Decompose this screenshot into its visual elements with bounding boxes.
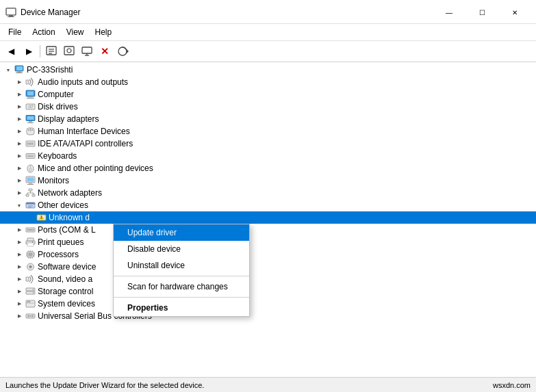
svg-rect-17 [16,66,23,70]
svg-rect-73 [29,229,29,231]
minimize-button[interactable]: — [433,5,465,19]
context-menu-separator-1 [114,276,249,276]
processors-icon [25,249,36,260]
monitors-label: Monitors [38,176,69,185]
svg-rect-7 [64,47,74,55]
tree-item-processors[interactable]: Processors [0,248,536,261]
display-expand-icon[interactable] [14,114,25,125]
tree-item-audio[interactable]: Audio inputs and outputs [0,76,536,88]
context-menu-uninstall-device[interactable]: Uninstall device [114,257,249,274]
svg-rect-38 [29,143,31,145]
tree-item-print[interactable]: Print queues [0,236,536,248]
tree-item-keyboards[interactable]: Keyboards [0,150,536,162]
root-expand-icon[interactable] [3,64,14,75]
network-expand-icon[interactable] [14,187,25,198]
tree-item-ide[interactable]: IDE ATA/ATAPI controllers [0,138,536,150]
svg-rect-76 [33,229,34,231]
hid-expand-icon[interactable] [14,126,25,137]
maximize-button[interactable]: ☐ [466,5,498,19]
ports-expand-icon[interactable] [14,224,25,235]
tree-item-display[interactable]: Display adapters [0,113,536,125]
menu-view[interactable]: View [61,25,90,39]
toolbar-back[interactable]: ◀ [3,43,19,60]
other-expand-icon[interactable] [14,200,25,211]
context-menu-disable-device[interactable]: Disable device [114,241,249,257]
hid-icon [25,126,36,137]
tree-item-network[interactable]: Network adapters [0,187,536,199]
svg-point-109 [29,315,31,317]
toolbar-properties[interactable] [43,43,60,60]
tree-item-hid[interactable]: Human Interface Devices [0,125,536,138]
title-bar: Device Manager — ☐ ✕ [0,0,536,24]
toolbar-forward[interactable]: ▶ [21,43,37,60]
tree-item-system[interactable]: System devices [0,298,536,310]
tree-root[interactable]: PC-33Srishti [0,64,536,76]
ports-icon [25,224,36,235]
svg-rect-75 [31,229,32,231]
close-button[interactable]: ✕ [499,5,531,19]
svg-rect-51 [27,178,34,182]
svg-rect-1 [9,15,13,16]
usb-expand-icon[interactable] [14,311,25,322]
toolbar-scan[interactable] [114,43,131,60]
processors-expand-icon[interactable] [14,249,25,260]
menu-bar: File Action View Help [0,24,536,41]
computer-label: Computer [38,90,74,99]
svg-rect-16 [16,73,23,73]
tree-item-storage[interactable]: Storage control [0,285,536,298]
svg-point-25 [29,106,31,107]
menu-help[interactable]: Help [90,25,118,39]
svg-rect-39 [31,143,33,145]
toolbar-update-driver[interactable] [79,43,95,60]
tree-item-monitors[interactable]: Monitors [0,174,536,187]
svg-rect-72 [27,229,28,231]
audio-expand-icon[interactable] [14,77,25,88]
tree-item-ports[interactable]: Ports (COM & L [0,224,536,236]
computer-expand-icon[interactable] [14,89,25,100]
svg-rect-22 [27,98,34,99]
toolbar-show-hide[interactable] [61,43,77,60]
svg-rect-74 [30,229,31,231]
context-menu-update-driver[interactable]: Update driver [114,224,249,241]
context-menu-separator-2 [114,297,249,298]
status-message: Launches the Update Driver Wizard for th… [5,381,204,389]
svg-rect-42 [28,155,29,156]
software-expand-icon[interactable] [14,261,25,272]
keyboards-expand-icon[interactable] [14,151,25,161]
tree-item-unknown[interactable]: ! ! Unknown d [0,211,536,224]
window-title: Device Manager [21,8,433,17]
svg-rect-18 [26,80,29,84]
computer-icon [25,89,36,100]
other-icon [25,200,36,211]
tree-item-usb[interactable]: Universal Serial Bus controllers [0,310,536,322]
tree-item-sound[interactable]: Sound, video a [0,273,536,285]
svg-point-80 [31,241,33,243]
toolbar-uninstall[interactable]: ✕ [97,43,113,60]
tree-item-disk[interactable]: Disk drives [0,101,536,113]
svg-rect-26 [32,105,34,106]
disk-expand-icon[interactable] [14,101,25,112]
pc-icon [14,64,25,75]
display-icon [25,114,36,125]
tree-item-software[interactable]: Software device [0,261,536,273]
sound-expand-icon[interactable] [14,274,25,285]
svg-point-102 [32,292,34,293]
tree-item-mice[interactable]: Mice and other pointing devices [0,162,536,174]
mice-expand-icon[interactable] [14,163,25,174]
tree-item-computer[interactable]: Computer [0,88,536,101]
context-menu-properties[interactable]: Properties [114,300,249,316]
context-menu-scan[interactable]: Scan for hardware changes [114,278,249,295]
menu-file[interactable]: File [3,25,27,39]
context-menu: Update driver Disable device Uninstall d… [113,224,250,317]
toolbar: ◀ ▶ ✕ [0,41,536,62]
ide-label: IDE ATA/ATAPI controllers [38,139,133,148]
menu-action[interactable]: Action [27,25,60,39]
storage-expand-icon[interactable] [14,286,25,297]
ide-expand-icon[interactable] [14,138,25,149]
system-expand-icon[interactable] [14,298,25,309]
print-expand-icon[interactable] [14,237,25,248]
tree-item-other[interactable]: Other devices [0,199,536,211]
monitors-expand-icon[interactable] [14,175,25,186]
storage-label: Storage control [38,287,93,296]
tree-view[interactable]: PC-33Srishti Audio inputs and outputs [0,62,536,377]
